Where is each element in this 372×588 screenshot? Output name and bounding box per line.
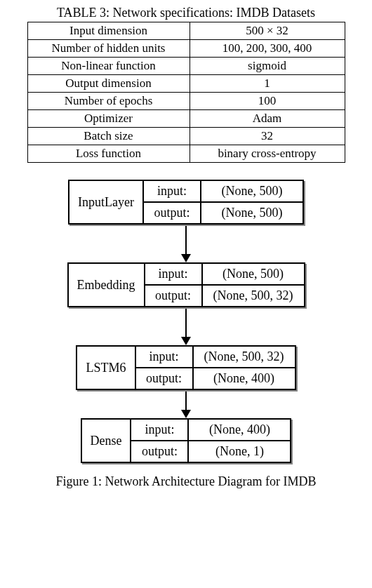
table-row: Loss function binary cross-entropy: [27, 145, 345, 163]
spec-val: 100: [190, 93, 345, 110]
layer-name: Dense: [82, 420, 132, 462]
architecture-diagram: InputLayer input: (None, 500) output: (N…: [14, 180, 358, 463]
spec-table: Input dimension 500 × 32 Number of hidde…: [27, 22, 345, 163]
arrow-icon: [185, 392, 187, 417]
table-row: Number of epochs 100: [27, 93, 345, 110]
table-row: Batch size 32: [27, 128, 345, 145]
io-row-input: input: (None, 400): [131, 420, 290, 441]
table-row: Output dimension 1: [27, 75, 345, 93]
spec-val: 100, 200, 300, 400: [190, 40, 345, 58]
io-value: (None, 500): [203, 264, 304, 286]
io-label: input:: [145, 264, 203, 286]
layer-lstm6: LSTM6 input: (None, 500, 32) output: (No…: [76, 345, 295, 390]
spec-val: sigmoid: [190, 58, 345, 75]
io-label: output:: [131, 441, 189, 462]
spec-key: Optimizer: [27, 110, 190, 128]
layer-name: Embedding: [69, 264, 145, 306]
io-col: input: (None, 500, 32) output: (None, 40…: [136, 347, 295, 389]
io-col: input: (None, 400) output: (None, 1): [131, 420, 290, 462]
layer-embedding: Embedding input: (None, 500) output: (No…: [67, 262, 305, 307]
table-row: Non-linear function sigmoid: [27, 58, 345, 75]
io-row-output: output: (None, 500, 32): [145, 286, 304, 306]
spec-key: Number of epochs: [27, 93, 190, 110]
io-row-output: output: (None, 400): [136, 368, 295, 389]
layer-inputlayer: InputLayer input: (None, 500) output: (N…: [68, 180, 304, 225]
io-value: (None, 500): [201, 203, 303, 223]
io-value: (None, 500): [201, 181, 303, 203]
io-row-output: output: (None, 500): [144, 203, 303, 223]
spec-key: Batch size: [27, 128, 190, 145]
arrow-icon: [185, 309, 187, 344]
spec-val: 32: [190, 128, 345, 145]
layer-dense: Dense input: (None, 400) output: (None, …: [81, 418, 292, 463]
io-value: (None, 400): [194, 368, 295, 389]
spec-key: Number of hidden units: [27, 40, 190, 58]
table-row: Number of hidden units 100, 200, 300, 40…: [27, 40, 345, 58]
io-row-output: output: (None, 1): [131, 441, 290, 462]
layer-name: InputLayer: [69, 181, 144, 223]
io-value: (None, 1): [189, 441, 290, 462]
spec-val: binary cross-entropy: [190, 145, 345, 163]
io-label: output:: [136, 368, 194, 389]
table-row: Input dimension 500 × 32: [27, 22, 345, 40]
io-col: input: (None, 500) output: (None, 500): [144, 181, 303, 223]
io-col: input: (None, 500) output: (None, 500, 3…: [145, 264, 304, 306]
table-row: Optimizer Adam: [27, 110, 345, 128]
layer-name: LSTM6: [77, 347, 135, 389]
io-label: output:: [144, 203, 201, 223]
io-label: input:: [144, 181, 201, 203]
spec-val: Adam: [190, 110, 345, 128]
arrow-icon: [185, 226, 187, 261]
spec-key: Non-linear function: [27, 58, 190, 75]
io-label: output:: [145, 286, 203, 306]
figure-caption: Figure 1: Network Architecture Diagram f…: [14, 474, 358, 489]
spec-key: Input dimension: [27, 22, 190, 40]
io-value: (None, 400): [189, 420, 290, 441]
spec-key: Loss function: [27, 145, 190, 163]
io-row-input: input: (None, 500): [144, 181, 303, 203]
page: TABLE 3: Network specifications: IMDB Da…: [0, 0, 372, 588]
table-caption: TABLE 3: Network specifications: IMDB Da…: [14, 6, 358, 20]
spec-val: 1: [190, 75, 345, 93]
io-value: (None, 500, 32): [194, 347, 295, 368]
io-label: input:: [136, 347, 194, 368]
io-label: input:: [131, 420, 189, 441]
io-row-input: input: (None, 500): [145, 264, 304, 286]
io-value: (None, 500, 32): [203, 286, 304, 306]
spec-val: 500 × 32: [190, 22, 345, 40]
spec-key: Output dimension: [27, 75, 190, 93]
io-row-input: input: (None, 500, 32): [136, 347, 295, 368]
